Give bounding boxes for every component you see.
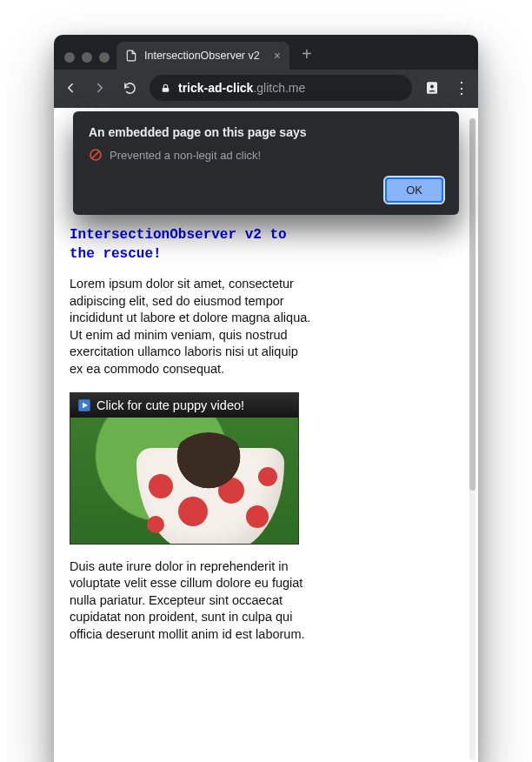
new-tab-button[interactable]: +: [302, 44, 312, 64]
toolbar: trick-ad-click.glitch.me ⋮: [54, 70, 478, 108]
page-content: IntersectionObserver v2 to the rescue! L…: [70, 226, 313, 643]
url-path: .glitch.me: [253, 81, 305, 95]
svg-rect-0: [163, 87, 170, 91]
svg-point-2: [430, 85, 434, 89]
close-tab-icon[interactable]: ×: [274, 50, 281, 62]
url-host: trick-ad-click: [178, 81, 253, 95]
traffic-light-max[interactable]: [99, 52, 110, 63]
video-ad[interactable]: Click for cute puppy video!: [70, 392, 299, 545]
reload-button[interactable]: [120, 78, 139, 97]
video-caption: Click for cute puppy video!: [96, 398, 244, 412]
tab-strip: IntersectionObserver v2 × +: [54, 35, 478, 70]
page-headline: IntersectionObserver v2 to the rescue!: [70, 226, 313, 264]
alert-button-row: OK: [89, 177, 443, 203]
back-button[interactable]: [61, 78, 80, 97]
browser-tab[interactable]: IntersectionObserver v2 ×: [116, 42, 289, 70]
alert-ok-button[interactable]: OK: [385, 177, 443, 203]
play-icon: [77, 398, 91, 412]
address-bar[interactable]: trick-ad-click.glitch.me: [150, 75, 412, 101]
alert-header: An embedded page on this page says: [89, 125, 443, 139]
scrollbar-thumb[interactable]: [469, 118, 475, 491]
paragraph-1: Lorem ipsum dolor sit amet, consectetur …: [70, 276, 313, 378]
back-icon: [69, 84, 73, 92]
video-thumbnail: [70, 418, 298, 544]
profile-button[interactable]: [422, 78, 442, 97]
forward-button[interactable]: [90, 78, 110, 97]
svg-line-4: [92, 151, 99, 158]
traffic-light-close[interactable]: [64, 52, 75, 63]
video-caption-bar: Click for cute puppy video!: [70, 393, 298, 418]
tab-title: IntersectionObserver v2: [144, 50, 260, 62]
traffic-light-min[interactable]: [82, 52, 92, 63]
chrome-top: IntersectionObserver v2 × +: [54, 35, 478, 108]
reload-icon: [124, 83, 134, 92]
browser-window: IntersectionObserver v2 × +: [54, 35, 478, 762]
scrollbar[interactable]: [469, 118, 475, 760]
profile-icon: [424, 80, 440, 96]
prohibited-icon: [89, 148, 103, 162]
alert-message-row: Prevented a non-legit ad click!: [89, 148, 443, 162]
puppy-graphic: [171, 432, 246, 493]
paragraph-2: Duis aute irure dolor in reprehenderit i…: [70, 558, 313, 644]
url-text: trick-ad-click.glitch.me: [178, 81, 305, 95]
menu-button[interactable]: ⋮: [452, 78, 471, 97]
alert-message: Prevented a non-legit ad click!: [110, 149, 261, 162]
lock-icon: [160, 83, 171, 94]
window-controls: [61, 52, 116, 70]
page-icon: [125, 50, 137, 62]
js-alert-dialog: An embedded page on this page says Preve…: [73, 111, 459, 215]
forward-icon: [98, 84, 103, 92]
